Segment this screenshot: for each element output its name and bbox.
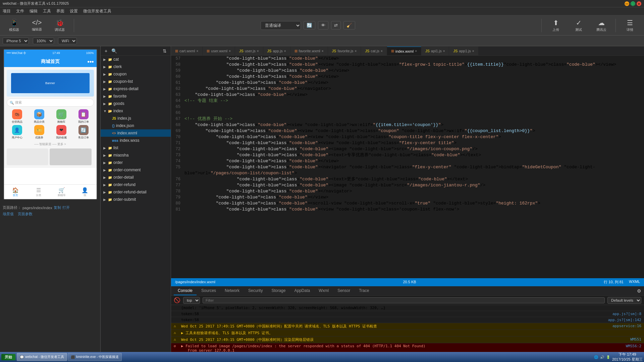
code-line-57[interactable]: 57 "code-light-blue">class="code-blue"><… — [171, 56, 644, 62]
phone-icon-orders[interactable]: 📋 我的订单 — [73, 109, 94, 124]
simulator-button[interactable]: 📱 模拟器 — [4, 17, 24, 34]
phone-icon-coupon[interactable]: 🎫 优惠券 — [29, 125, 50, 139]
tree-item-coupon-list[interactable]: ▶📁coupon-list — [101, 78, 171, 85]
close-app-js-tab[interactable]: × — [284, 49, 286, 53]
close-cart-tab[interactable]: × — [196, 49, 198, 53]
copy-path-button[interactable]: 复制 — [54, 205, 61, 210]
level-select[interactable]: Default levels — [607, 297, 641, 304]
code-line-74[interactable]: 74 "code-light-blue">class="code-blue"><… — [171, 158, 644, 164]
code-line-62[interactable]: 62 "code-light-blue">class="code-blue"><… — [171, 86, 644, 92]
tab-user-js[interactable]: JS user.js × — [235, 47, 263, 55]
tab-favorite-wxml[interactable]: ⊞ favorite.wxml × — [290, 47, 328, 55]
phone-icon-all-goods[interactable]: 🛍 全部商品 — [7, 109, 28, 124]
taskbar-app-wechat[interactable]: 💬 webchat - 微信开发者工具 — [17, 353, 67, 361]
device-select[interactable]: iPhone 5 — [3, 38, 29, 44]
code-line-60[interactable]: 60 "code-light-blue">class="code-blue"><… — [171, 74, 644, 80]
code-line-59[interactable]: 59 "code-light-blue">class="code-blue"><… — [171, 68, 644, 74]
context-select[interactable]: top — [183, 297, 200, 304]
clear-console-icon[interactable]: 🚫 — [174, 297, 180, 303]
collapse-all-button[interactable]: ⇅ — [161, 48, 168, 54]
devtools-settings-icon[interactable]: ⚙ — [637, 288, 641, 294]
close-api1-js-tab[interactable]: × — [443, 49, 445, 53]
close-favorite-js-tab[interactable]: × — [355, 49, 357, 53]
network-select[interactable]: WiFi — [58, 38, 77, 44]
tree-item-order-submit[interactable]: ▶📁order-submit — [101, 196, 171, 203]
page-params-button[interactable]: 页面参数 — [18, 212, 33, 217]
menu-item-settings[interactable]: 设置 — [70, 8, 78, 14]
tree-item-clerk[interactable]: ▶📁clerk — [101, 63, 171, 70]
close-cat-js-tab[interactable]: × — [381, 49, 383, 53]
code-line-79[interactable]: 79 "code-light-blue">class="code-blue"><… — [171, 194, 644, 200]
code-line-65[interactable]: 65 — [171, 104, 644, 110]
code-line-71[interactable]: 71 "code-light-blue">class="code-blue"><… — [171, 140, 644, 146]
search-file-button[interactable]: 🔍 — [110, 48, 118, 54]
tree-item-list[interactable]: ▶📁list — [101, 144, 171, 152]
phone-menu-icon[interactable]: ••• — [88, 58, 94, 65]
menu-item-tools[interactable]: 工具 — [43, 8, 51, 14]
devtab-sources[interactable]: Sources — [197, 287, 220, 295]
menu-item-file[interactable]: 文件 — [16, 8, 24, 14]
close-app1-js-tab[interactable]: × — [472, 49, 474, 53]
tree-item-index-json[interactable]: {}index.json — [101, 122, 171, 129]
start-button[interactable]: 开始 — [1, 354, 15, 360]
tab-cart-wxml[interactable]: ⊞ cart.wxml × — [171, 47, 203, 55]
test-button[interactable]: ✓ 测试 — [569, 17, 589, 34]
switch-button[interactable]: ⇄ — [331, 21, 341, 29]
debugger-button[interactable]: 🐞 调试器 — [50, 17, 70, 34]
code-line-80[interactable]: 80 "code-light-blue">class="code-blue"><… — [171, 200, 644, 206]
upload-button[interactable]: ⬆ 上传 — [546, 17, 566, 34]
code-line-61[interactable]: 61 "code-light-blue">class="code-blue"><… — [171, 80, 644, 86]
tree-item-order-detail[interactable]: ▶📁order-detail — [101, 174, 171, 181]
devtab-console[interactable]: Console — [174, 287, 197, 295]
code-line-66[interactable]: 66 — [171, 110, 644, 116]
phone-search[interactable]: 🔍 搜索 — [7, 99, 94, 107]
add-file-button[interactable]: + — [103, 48, 109, 54]
tree-item-order-comment[interactable]: ▶📁order-comment — [101, 166, 171, 174]
phone-icon-category[interactable]: 📦 商品分类 — [29, 109, 50, 124]
phone-icon-favorites[interactable]: ❤ 我的收藏 — [51, 125, 72, 139]
code-line-73[interactable]: 73 "code-light-blue">class="code-blue"><… — [171, 152, 644, 158]
menu-item-wechat[interactable]: 微信开发者工具 — [83, 8, 111, 14]
editor-button[interactable]: </> 编辑器 — [27, 17, 47, 34]
tree-item-order-refund-detail[interactable]: ▶📁order-refund-detail — [101, 188, 171, 196]
tree-item-index-js[interactable]: JSindex.js — [101, 115, 171, 122]
refresh-button[interactable]: 🔄 — [304, 21, 315, 29]
code-line-70[interactable]: 70 "code-light-blue">class="code-blue"><… — [171, 134, 644, 140]
phone-icon-user[interactable]: 👤 用户中心 — [7, 125, 28, 139]
phone-icon-aftersale[interactable]: 🔄 售后订单 — [73, 125, 94, 139]
tab-app1-js[interactable]: JS app1.js × — [449, 47, 478, 55]
code-line-64[interactable]: 64<!-- 专题 结束 --> — [171, 98, 644, 104]
close-user-wxml-tab[interactable]: × — [229, 49, 231, 53]
phone-tab-cart[interactable]: 🛒 购物车 — [50, 185, 73, 199]
menu-item-project[interactable]: 项目 — [3, 8, 11, 14]
minimize-button[interactable]: ─ — [625, 1, 629, 6]
code-line-76[interactable]: 76 "code-light-blue">class="code-blue"><… — [171, 176, 644, 182]
tab-api1-js[interactable]: JS api1.js × — [421, 47, 449, 55]
code-line-58[interactable]: 58 "code-light-blue">class="code-blue"><… — [171, 62, 644, 68]
tree-item-express-detail[interactable]: ▶📁express-detail — [101, 85, 171, 93]
code-line-77[interactable]: 77 "code-light-blue">class="code-blue"><… — [171, 182, 644, 188]
tree-item-index-wxss[interactable]: wssindex.wxss — [101, 137, 171, 144]
tree-item-cat[interactable]: ▶📁cat — [101, 56, 171, 63]
tree-item-miaosha[interactable]: ▶📁miaosha — [101, 152, 171, 159]
code-line-81[interactable]: 81 "code-light-blue">class="code-blue"><… — [171, 206, 644, 213]
clear-button[interactable]: 🧹 — [343, 21, 355, 29]
taskbar-clock[interactable]: 下午 17:49 2017/10/25 星期三 — [612, 352, 643, 362]
code-line-63[interactable]: 63 "code-light-blue">class="code-blue"><… — [171, 92, 644, 98]
tab-user-wxml[interactable]: ⊞ user.wxml × — [203, 47, 235, 55]
maximize-button[interactable]: □ — [631, 1, 635, 6]
phone-icon-cart[interactable]: 🛒 购物车 — [51, 109, 72, 124]
compile-select[interactable]: 普通编译 — [261, 21, 301, 30]
devtab-security[interactable]: Security — [244, 287, 267, 295]
menu-item-edit[interactable]: 编辑 — [30, 8, 38, 14]
open-path-button[interactable]: 打开 — [62, 205, 70, 210]
devtab-wxml[interactable]: Wxml — [315, 287, 333, 295]
filter-input[interactable] — [203, 297, 605, 303]
tab-index-wxml[interactable]: ⊞ index.wxml × — [387, 47, 421, 55]
tree-item-goods[interactable]: ▶📁goods — [101, 100, 171, 107]
code-line-69[interactable]: 69 "code-light-blue">class="code-blue"><… — [171, 128, 644, 134]
code-editor[interactable]: 57 "code-light-blue">class="code-blue"><… — [171, 56, 644, 278]
phone-tab-home[interactable]: 🏠 首页 — [4, 185, 27, 199]
tree-item-index-wxml[interactable]: <>index.wxml — [101, 129, 171, 137]
phone-product-1[interactable] — [7, 148, 49, 165]
